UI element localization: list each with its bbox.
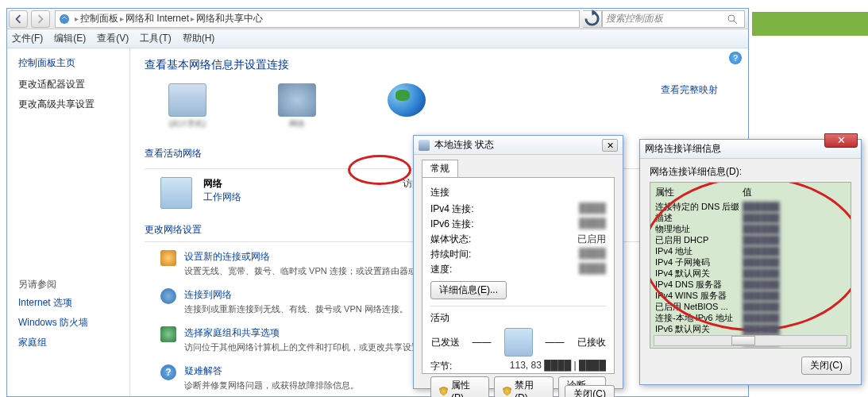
connection-group-label: 连接 [430, 186, 606, 199]
details-row[interactable]: IPv4 子网掩码██████ [655, 256, 846, 268]
breadcrumb-item[interactable]: 控制面板 [80, 12, 118, 25]
svg-line-2 [734, 21, 737, 24]
network-details-dialog: ✕ 网络连接详细信息 网络连接详细信息(D): 属性 值 连接特定的 DNS 后… [639, 139, 862, 385]
svg-point-1 [728, 15, 735, 21]
column-property: 属性 [655, 186, 743, 199]
dialog-title: 网络连接详细信息 [645, 142, 721, 156]
close-button[interactable]: ✕ [602, 139, 618, 152]
details-row[interactable]: 描述██████ [655, 212, 846, 223]
setup-connection-icon [160, 250, 176, 266]
details-listbox[interactable]: 属性 值 连接特定的 DNS 后缀██████描述██████物理地址█████… [650, 182, 851, 349]
refresh-button[interactable] [583, 10, 602, 28]
shield-icon [439, 387, 448, 396]
svg-point-0 [60, 14, 69, 24]
sidebar: 控制面板主页 更改适配器设置 更改高级共享设置 另请参阅 Internet 选项… [7, 48, 130, 396]
details-label: 网络连接详细信息(D): [650, 165, 851, 179]
details-row[interactable]: 连接特定的 DNS 后缀██████ [655, 201, 846, 212]
connection-icon [419, 140, 430, 151]
search-icon [727, 13, 738, 25]
details-row[interactable]: IPv4 WINS 服务器██████ [655, 290, 846, 301]
view-full-map-link[interactable]: 查看完整映射 [661, 83, 718, 97]
homegroup-icon [160, 326, 176, 342]
sidebar-link[interactable]: 家庭组 [18, 336, 129, 349]
network-icon [160, 177, 192, 209]
sidebar-adapter-link[interactable]: 更改适配器设置 [18, 78, 129, 91]
chevron-right-icon: ▸ [120, 14, 124, 23]
sidebar-link[interactable]: Windows 防火墙 [18, 316, 129, 330]
navbar: ▸ 控制面板 ▸ 网络和 Internet ▸ 网络和共享中心 搜索控制面板 [7, 9, 748, 29]
close-button[interactable]: 关闭(C) [801, 357, 851, 375]
menu-help[interactable]: 帮助(H) [183, 32, 215, 45]
dialog-titlebar[interactable]: 本地连接 状态 ✕ [414, 136, 623, 155]
menu-file[interactable]: 文件(F) [12, 32, 43, 45]
menubar: 文件(F) 编辑(E) 查看(V) 工具(T) 帮助(H) [7, 29, 748, 48]
search-input[interactable]: 搜索控制面板 [602, 10, 745, 28]
details-row[interactable]: 已启用 DHCP██████ [655, 234, 846, 245]
details-row[interactable]: 连接-本地 IPv6 地址██████ [655, 312, 846, 323]
properties-button[interactable]: 属性(P) [430, 376, 489, 397]
menu-edit[interactable]: 编辑(E) [54, 32, 86, 45]
dialog-title: 本地连接 状态 [434, 138, 494, 152]
details-row[interactable]: IPv4 默认网关██████ [655, 268, 846, 279]
network-map: (此计算机) 网络 查看完整映射 [145, 80, 734, 141]
menu-view[interactable]: 查看(V) [97, 32, 129, 45]
sidebar-home-link[interactable]: 控制面板主页 [18, 56, 129, 70]
network-center-window: ▸ 控制面板 ▸ 网络和 Internet ▸ 网络和共享中心 搜索控制面板 文… [6, 8, 749, 397]
help-icon[interactable]: ? [729, 52, 742, 64]
menu-tools[interactable]: 工具(T) [140, 32, 171, 45]
chevron-right-icon: ▸ [191, 14, 195, 23]
breadcrumb-item[interactable]: 网络和 Internet [125, 12, 189, 25]
page-title: 查看基本网络信息并设置连接 [145, 58, 734, 72]
nav-forward-button[interactable] [31, 10, 50, 28]
details-row[interactable]: IPv4 DNS 服务器██████ [655, 279, 846, 290]
details-button[interactable]: 详细信息(E)... [430, 281, 507, 299]
tab-general[interactable]: 常规 [422, 160, 458, 177]
details-row[interactable]: IPv4 地址██████ [655, 245, 846, 256]
this-pc-icon [168, 83, 206, 117]
local-connection-status-dialog: 本地连接 状态 ✕ 常规 连接 IPv4 连接:████ IPv6 连接:███… [413, 135, 623, 389]
network-type-link[interactable]: 工作网络 [203, 191, 241, 204]
close-button[interactable]: ✕ [824, 133, 858, 148]
network-name: 网络 [203, 177, 241, 191]
active-networks-label: 查看活动网络 [145, 147, 202, 160]
details-row[interactable]: 已启用 NetBIOS ...██████ [655, 301, 846, 312]
column-value: 值 [743, 186, 752, 199]
scrollbar-thumb[interactable] [731, 336, 755, 345]
activity-pc-icon [504, 328, 533, 357]
nav-back-button[interactable] [9, 10, 28, 28]
search-placeholder: 搜索控制面板 [606, 12, 663, 25]
activity-group-label: 活动 [430, 311, 606, 325]
chevron-right-icon: ▸ [75, 14, 79, 23]
sidebar-link[interactable]: Internet 选项 [18, 296, 129, 310]
breadcrumb[interactable]: ▸ 控制面板 ▸ 网络和 Internet ▸ 网络和共享中心 [55, 10, 580, 28]
troubleshoot-icon: ? [160, 364, 176, 380]
breadcrumb-item[interactable]: 网络和共享中心 [196, 12, 263, 25]
internet-globe-icon [388, 83, 426, 117]
close-button[interactable]: 关闭(C) [565, 385, 615, 397]
connect-network-icon [160, 288, 176, 304]
sidebar-advanced-link[interactable]: 更改高级共享设置 [18, 98, 129, 111]
see-also-label: 另请参阅 [18, 278, 129, 291]
details-row[interactable]: IPv6 默认网关██████ [655, 323, 846, 334]
shield-icon [503, 387, 511, 396]
router-icon [278, 83, 316, 117]
horizontal-scrollbar[interactable] [654, 335, 847, 346]
details-row[interactable]: 物理地址██████ [655, 223, 846, 234]
disable-button[interactable]: 禁用(D) [494, 376, 554, 397]
shield-icon [59, 13, 70, 25]
